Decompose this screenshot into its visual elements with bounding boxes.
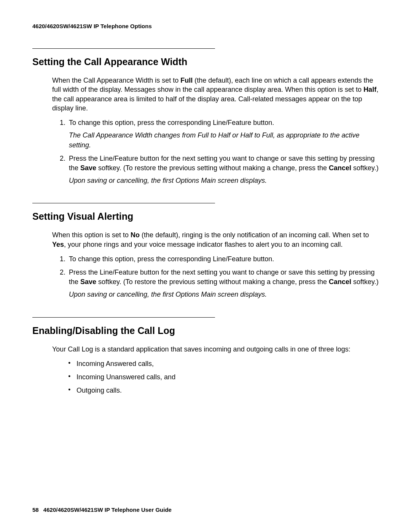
list-item-part: softkey. (To restore the previous settin…	[96, 164, 329, 172]
intro-text: Your Call Log is a standard application …	[52, 345, 350, 353]
header-title-text: 4620/4620SW/4621SW IP Telephone Options	[32, 23, 152, 29]
bullet-text: Incoming Answered calls,	[76, 360, 154, 367]
intro-part: , your phone rings and your voice messag…	[64, 241, 342, 248]
list-item: Press the Line/Feature button for the ne…	[67, 268, 379, 300]
list-item: To change this option, press the corresp…	[67, 254, 379, 264]
list-item-bold: Cancel	[329, 164, 351, 172]
section-heading: Setting Visual Alerting	[32, 211, 379, 222]
section-intro: Your Call Log is a standard application …	[52, 345, 379, 354]
list-item-bold: Save	[80, 278, 96, 286]
list-item-part: softkey.)	[351, 278, 379, 286]
list-item: Press the Line/Feature button for the ne…	[67, 154, 379, 186]
list-item-note: Upon saving or cancelling, the first Opt…	[69, 290, 379, 299]
footer-page-number: 58	[32, 506, 39, 513]
list-item-part: softkey. (To restore the previous settin…	[96, 278, 329, 286]
section-intro: When this option is set to No (the defau…	[52, 230, 379, 249]
section-rule	[32, 317, 215, 318]
footer-guide-title: 4620/4620SW/4621SW IP Telephone User Gui…	[43, 506, 172, 513]
numbered-list: To change this option, press the corresp…	[59, 254, 379, 300]
section-intro: When the Call Appearance Width is set to…	[52, 76, 379, 113]
intro-bold: Full	[180, 77, 193, 84]
intro-part: (the default), ringing is the only notif…	[140, 231, 369, 239]
section-call-log: Enabling/Disabling the Call Log Your Cal…	[32, 317, 379, 396]
section-call-appearance-width: Setting the Call Appearance Width When t…	[32, 48, 379, 185]
list-item-bold: Save	[80, 164, 96, 172]
intro-bold: No	[131, 231, 140, 239]
section-visual-alerting: Setting Visual Alerting When this option…	[32, 203, 379, 299]
list-item-text: To change this option, press the corresp…	[69, 119, 274, 126]
intro-part: When the Call Appearance Width is set to	[52, 77, 180, 84]
bullet-item: Incoming Answered calls,	[68, 359, 379, 369]
section-heading: Setting the Call Appearance Width	[32, 56, 379, 67]
section-heading: Enabling/Disabling the Call Log	[32, 325, 379, 336]
list-item-text: To change this option, press the corresp…	[69, 255, 274, 263]
page-footer: 58 4620/4620SW/4621SW IP Telephone User …	[32, 506, 172, 513]
heading-text: Setting the Call Appearance Width	[32, 56, 187, 67]
list-item-part: softkey.)	[351, 164, 379, 172]
list-item-note: Upon saving or cancelling, the first Opt…	[69, 176, 379, 185]
numbered-list: To change this option, press the corresp…	[59, 118, 379, 185]
page-header: 4620/4620SW/4621SW IP Telephone Options	[32, 23, 379, 29]
bullet-item: Outgoing calls.	[68, 386, 379, 395]
bullet-item: Incoming Unanswered calls, and	[68, 372, 379, 382]
section-rule	[32, 48, 215, 49]
heading-text: Enabling/Disabling the Call Log	[32, 325, 175, 336]
list-item-bold: Cancel	[329, 278, 351, 286]
intro-bold: Half	[363, 86, 376, 93]
section-rule	[32, 203, 215, 203]
intro-bold: Yes	[52, 241, 64, 248]
list-item-note: The Call Appearance Width changes from F…	[69, 131, 379, 150]
list-item: To change this option, press the corresp…	[67, 118, 379, 150]
bullet-text: Incoming Unanswered calls, and	[76, 373, 175, 381]
bullet-text: Outgoing calls.	[76, 387, 122, 394]
bullet-list: Incoming Answered calls, Incoming Unansw…	[68, 359, 379, 396]
intro-part: When this option is set to	[52, 231, 131, 239]
heading-text: Setting Visual Alerting	[32, 211, 133, 222]
